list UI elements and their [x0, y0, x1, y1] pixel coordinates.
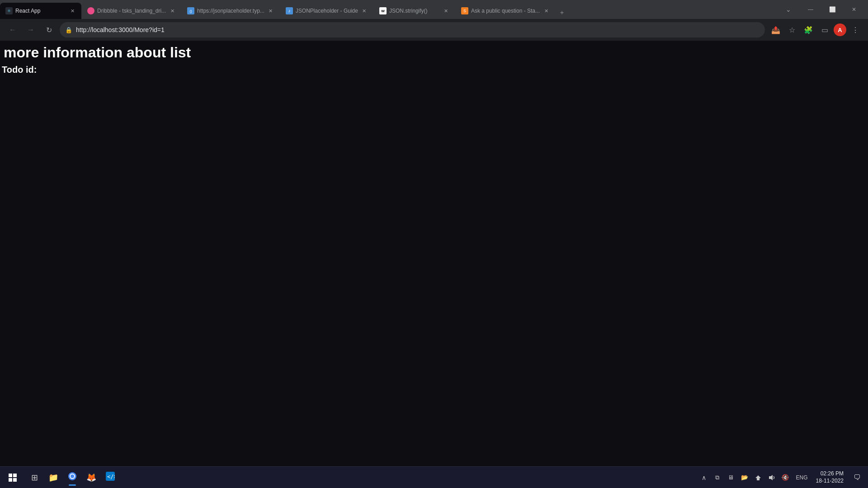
lock-icon: 🔒 [65, 27, 72, 33]
tray-folder-icon[interactable]: 📂 [738, 471, 751, 484]
new-tab-button[interactable]: ＋ [556, 6, 568, 19]
tray-chevron-icon[interactable]: ∧ [698, 471, 710, 484]
back-button[interactable]: ← [5, 23, 20, 37]
toolbar: ← → ↻ 🔒 http://localhost:3000/More?id=1 … [0, 19, 868, 41]
tab-favicon-dribbble [87, 7, 94, 14]
taskbar-right: ∧ ⧉ 🖥 📂 🔇 ENG 02:26 PM 18-11-2022 [698, 470, 864, 485]
reload-button[interactable]: ↻ [42, 23, 56, 37]
svg-point-2 [71, 474, 74, 478]
chrome-icon [68, 472, 77, 483]
maximize-button[interactable]: ⬜ [822, 2, 843, 17]
tab-list-button[interactable]: ⌄ [782, 3, 795, 16]
forward-button[interactable]: → [24, 23, 38, 37]
tab-label-jsonph-guide: JSONPlaceholder - Guide [296, 8, 358, 14]
close-button[interactable]: ✕ [844, 2, 864, 17]
tray-network-icon[interactable] [752, 471, 764, 484]
tray-copy-icon[interactable]: ⧉ [711, 471, 724, 484]
start-button[interactable] [4, 469, 22, 487]
sidebar-toggle-button[interactable]: ▭ [817, 23, 832, 37]
tab-label-dribbble: Dribbble - tsks_landing_dri... [97, 8, 166, 14]
tab-close-json-stringify[interactable]: ✕ [443, 7, 450, 14]
extensions-button[interactable]: 🧩 [801, 23, 816, 37]
search-icon: ⊞ [31, 473, 38, 483]
tab-close-jsonph-guide[interactable]: ✕ [361, 7, 368, 14]
tab-close-jsonph-typ[interactable]: ✕ [267, 7, 274, 14]
tab-label-json-stringify: JSON.stringify() [389, 8, 440, 14]
browser-chrome: ⚛ React App ✕ Dribbble - tsks_landing_dr… [0, 0, 868, 41]
tray-display-icon[interactable]: 🖥 [725, 471, 737, 484]
page-heading: more information about list [2, 44, 868, 61]
tab-favicon-jsonph-guide: J [286, 7, 293, 14]
svg-text:</>: </> [107, 474, 115, 480]
notification-icon: 🗨 [854, 474, 861, 482]
taskbar-pinned-apps: ⊞ 📁 🦊 </> [25, 469, 119, 487]
address-bar-url: http://localhost:3000/More?id=1 [76, 26, 760, 33]
tab-react-app[interactable]: ⚛ React App ✕ [0, 3, 81, 19]
taskbar-pin-search[interactable]: ⊞ [25, 469, 43, 487]
windows-logo-icon [9, 474, 17, 482]
tab-favicon-wiki: W [379, 7, 387, 14]
tab-close-dribbble[interactable]: ✕ [169, 7, 176, 14]
system-tray: ∧ ⧉ 🖥 📂 🔇 [698, 471, 792, 484]
tab-dribbble[interactable]: Dribbble - tsks_landing_dri... ✕ [82, 3, 181, 19]
minimize-button[interactable]: — [800, 2, 821, 17]
tab-stackoverflow[interactable]: S Ask a public question - Sta... ✕ [456, 3, 555, 19]
taskbar-pin-firefox[interactable]: 🦊 [82, 469, 100, 487]
tab-jsonplaceholder-guide[interactable]: J JSONPlaceholder - Guide ✕ [280, 3, 373, 19]
page-content: more information about list Todo id: [0, 41, 868, 466]
taskbar-clock[interactable]: 02:26 PM 18-11-2022 [812, 470, 847, 484]
window-controls: — ⬜ ✕ [800, 2, 864, 17]
bookmark-button[interactable]: ☆ [785, 23, 799, 37]
tab-json-stringify[interactable]: W JSON.stringify() ✕ [374, 3, 455, 19]
file-explorer-icon: 📁 [48, 473, 58, 483]
tray-mute-icon[interactable]: 🔇 [779, 471, 792, 484]
cast-button[interactable]: 📤 [769, 23, 783, 37]
tab-close-stackoverflow[interactable]: ✕ [542, 7, 550, 14]
tab-favicon-react: ⚛ [5, 7, 13, 14]
svg-marker-5 [769, 475, 773, 480]
firefox-icon: 🦊 [86, 473, 96, 483]
tab-bar-actions: ⌄ — ⬜ ✕ [782, 0, 868, 19]
notification-button[interactable]: 🗨 [850, 470, 864, 485]
tab-label-react-app: React App [15, 8, 66, 14]
tab-favicon-stackoverflow: S [461, 7, 468, 14]
taskbar-pin-file-explorer[interactable]: 📁 [44, 469, 62, 487]
clock-date: 18-11-2022 [816, 478, 844, 485]
tab-close-react-app[interactable]: ✕ [69, 7, 76, 14]
tab-label-stackoverflow: Ask a public question - Sta... [471, 8, 540, 14]
menu-button[interactable]: ⋮ [848, 23, 863, 37]
clock-time: 02:26 PM [821, 470, 844, 478]
taskbar-pin-chrome[interactable] [63, 469, 81, 487]
taskbar: ⊞ 📁 🦊 </> [0, 466, 868, 488]
taskbar-pin-vscode[interactable]: </> [101, 469, 119, 487]
vscode-icon: </> [106, 472, 115, 483]
tab-jsonplaceholder-typ[interactable]: {} https://jsonplaceholder.typ... ✕ [182, 3, 280, 19]
profile-avatar[interactable]: A [834, 23, 846, 36]
address-bar[interactable]: 🔒 http://localhost:3000/More?id=1 [60, 22, 765, 38]
toolbar-right: 📤 ☆ 🧩 ▭ A ⋮ [769, 23, 863, 37]
tab-favicon-jsonph-typ: {} [187, 7, 194, 14]
tray-volume-icon[interactable] [765, 471, 778, 484]
language-indicator[interactable]: ENG [794, 474, 810, 481]
tab-bar: ⚛ React App ✕ Dribbble - tsks_landing_dr… [0, 0, 868, 19]
tab-label-jsonph-typ: https://jsonplaceholder.typ... [197, 8, 264, 14]
todo-id-label: Todo id: [2, 65, 868, 75]
